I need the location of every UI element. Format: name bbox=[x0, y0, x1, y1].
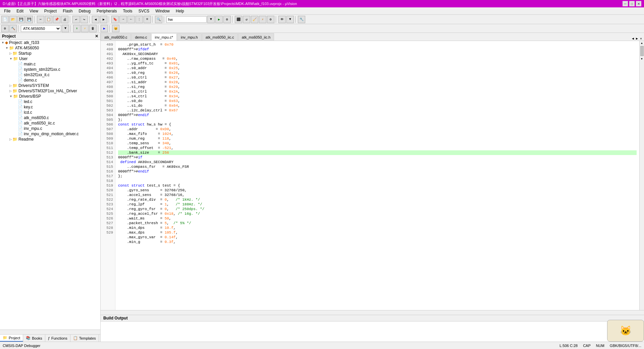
tab-close-active[interactable]: ✕ bbox=[639, 37, 643, 41]
code-editor[interactable]: 4894904914924934944954964974984995005015… bbox=[101, 41, 639, 310]
more-btn[interactable]: ▼ bbox=[286, 16, 294, 23]
reset-btn[interactable]: ↺ bbox=[243, 16, 250, 23]
save-all-btn[interactable]: 💾 bbox=[25, 16, 33, 23]
menu-svcs[interactable]: SVCS bbox=[136, 8, 152, 14]
code-content[interactable]: .prgm_start_h = 0x700000ff">#ifdef AK89x… bbox=[115, 41, 639, 310]
tab-books[interactable]: 📚 Books bbox=[23, 335, 45, 342]
tab-atk-iic-c[interactable]: atk_ms6050_iic.c bbox=[202, 33, 238, 41]
project-dropdown[interactable]: ATK-MS6050 bbox=[21, 25, 61, 32]
tab-atk-ms6050-c[interactable]: atk_ms6050.c bbox=[101, 33, 131, 41]
indent-btn[interactable]: → bbox=[119, 16, 127, 23]
scroll-down[interactable]: ▼ bbox=[640, 57, 643, 61]
menu-project[interactable]: Project bbox=[42, 8, 59, 14]
dropdown-btn[interactable]: ▼ bbox=[207, 16, 215, 23]
tree-atk-iic-c[interactable]: ▷ 📄 atk_ms6050_iic.c bbox=[0, 120, 100, 126]
tab-atk-iic-h[interactable]: atk_ms6050_iic.h bbox=[238, 33, 274, 41]
tree-inv-mpu-c[interactable]: ▷ 📄 inv_mpu.c bbox=[0, 126, 100, 131]
menu-tools[interactable]: Tools bbox=[120, 8, 135, 14]
run-btn[interactable]: ▶ bbox=[215, 16, 223, 23]
tree-demo-c[interactable]: ▷ 📄 demo.c bbox=[0, 78, 100, 83]
tree-drivers-system[interactable]: ▷ 📁 Drivers/SYSTEM bbox=[0, 83, 100, 88]
tab-project[interactable]: 📁 Project bbox=[0, 335, 23, 342]
outdent-btn[interactable]: ← bbox=[127, 16, 135, 23]
tree-key-c[interactable]: ▷ 📄 key.c bbox=[0, 104, 100, 110]
download-btn[interactable]: ⬇ bbox=[73, 25, 80, 32]
expand-icon-bsp: ▼ bbox=[9, 95, 12, 98]
hscroll-track[interactable] bbox=[101, 310, 644, 315]
view-btn[interactable]: 👁 bbox=[278, 16, 286, 23]
tree-startup[interactable]: ▷ 📁 Startup bbox=[0, 51, 100, 56]
tab-demo-c[interactable]: demo.c bbox=[131, 33, 151, 41]
code-line-520: .reg_rate_div = 0, /* 1kHz. */ bbox=[118, 197, 637, 202]
tools-btn[interactable]: ⚙ bbox=[223, 16, 231, 23]
dropdown2-btn[interactable]: ▼ bbox=[62, 25, 69, 32]
menu-view[interactable]: View bbox=[27, 8, 41, 14]
col-btn[interactable]: ⋮ bbox=[136, 16, 143, 23]
tab-functions[interactable]: ƒ Functions bbox=[45, 335, 70, 342]
build2-btn[interactable]: 🔨 bbox=[9, 25, 17, 32]
paste-btn[interactable]: 📌 bbox=[53, 16, 60, 23]
undo-btn[interactable]: ↩ bbox=[72, 16, 80, 23]
title-bar-controls[interactable]: ─ □ ✕ bbox=[623, 1, 641, 6]
tree-lcd-c[interactable]: ▷ 📄 lcd.c bbox=[0, 110, 100, 115]
tree-readme[interactable]: ▷ 📁 Readme bbox=[0, 137, 100, 142]
vertical-scrollbar[interactable]: ▲ ▼ bbox=[639, 41, 644, 310]
tree-drivers-hal[interactable]: ▷ 📁 Drivers/STM32F1xx_HAL_Driver bbox=[0, 88, 100, 94]
scroll-up[interactable]: ▲ bbox=[640, 41, 643, 45]
nav-fwd-btn[interactable]: ▶ bbox=[100, 16, 107, 23]
list-btn[interactable]: ≡ bbox=[144, 16, 151, 23]
close-button[interactable]: ✕ bbox=[636, 1, 641, 6]
menu-file[interactable]: File bbox=[1, 8, 13, 14]
code-hscroll[interactable] bbox=[101, 310, 644, 315]
tree-atk-ms6050-c[interactable]: ▷ 📄 atk_ms6050.c bbox=[0, 115, 100, 120]
tree-user[interactable]: ▼ 📁 User bbox=[0, 56, 100, 61]
menu-flash[interactable]: Flash bbox=[60, 8, 75, 14]
tree-system-c[interactable]: ▷ 📄 system_stm32f1xx.c bbox=[0, 67, 100, 72]
cut-btn[interactable]: ✂ bbox=[37, 16, 44, 23]
tab-templates[interactable]: 📋 Templates bbox=[70, 335, 99, 342]
target-input[interactable] bbox=[166, 16, 207, 23]
save-btn[interactable]: 💾 bbox=[17, 16, 25, 23]
project-hscroll[interactable] bbox=[0, 330, 100, 334]
redo-btn[interactable]: ↪ bbox=[80, 16, 88, 23]
wrench-btn[interactable]: 🔧 bbox=[298, 16, 305, 23]
bookmark-btn[interactable]: 🔖 bbox=[111, 16, 119, 23]
tab-scroll-left[interactable]: ◀ bbox=[631, 37, 635, 41]
tree-atk-ms6050[interactable]: ▼ 📁 ATK-MS6050 bbox=[0, 45, 100, 51]
maximize-button[interactable]: □ bbox=[629, 1, 635, 6]
new-file-btn[interactable]: 📄 bbox=[1, 16, 9, 23]
menu-peripherals[interactable]: Peripherals bbox=[94, 8, 120, 14]
start-debug-btn[interactable]: ▶ bbox=[101, 25, 108, 32]
build-output-content[interactable] bbox=[101, 321, 644, 342]
stop-btn[interactable]: ⬛ bbox=[235, 16, 242, 23]
tree-drivers-bsp[interactable]: ▼ 📁 Drivers/BSP bbox=[0, 94, 100, 99]
tree-led-c[interactable]: ▷ 📄 led.c bbox=[0, 99, 100, 104]
minimize-button[interactable]: ─ bbox=[623, 1, 628, 6]
open-btn[interactable]: 📂 bbox=[9, 16, 17, 23]
settings-btn[interactable]: ⚙ bbox=[267, 16, 274, 23]
tab-inv-mpu-c[interactable]: inv_mpu.c* bbox=[151, 33, 177, 41]
tab-scroll-right[interactable]: ▶ bbox=[635, 37, 639, 41]
tree-main-c[interactable]: ▷ 📄 main.c bbox=[0, 61, 100, 67]
erase-btn[interactable]: 🗑 bbox=[89, 25, 97, 32]
tree-stm32-it-c[interactable]: ▷ 📄 stm32f1xx_it.c bbox=[0, 72, 100, 78]
scroll-thumb[interactable] bbox=[640, 46, 644, 56]
menu-window[interactable]: Window bbox=[153, 8, 172, 14]
tab-inv-mpu-h[interactable]: inv_mpu.h bbox=[177, 33, 202, 41]
menu-edit[interactable]: Edit bbox=[14, 8, 26, 14]
tree-inv-dmp-c[interactable]: ▷ 📄 inv_mpu_dmp_motion_driver.c bbox=[0, 131, 100, 137]
clean-btn[interactable]: 🧹 bbox=[251, 16, 258, 23]
mascot-btn[interactable]: 😺 bbox=[112, 25, 119, 32]
menu-help[interactable]: Help bbox=[173, 8, 187, 14]
nav-back-btn[interactable]: ◀ bbox=[92, 16, 99, 23]
flash-btn[interactable]: ⚡ bbox=[81, 25, 89, 32]
tree-project-root[interactable]: ▼ ◆ Project: atk_f103 bbox=[0, 40, 100, 45]
menu-debug[interactable]: Debug bbox=[76, 8, 93, 14]
print-btn[interactable]: 🖨 bbox=[61, 16, 68, 23]
project-header-close[interactable]: ✕ bbox=[95, 34, 98, 39]
search-btn[interactable]: 🔍 bbox=[155, 16, 162, 23]
debug-go-btn[interactable]: ⚡ bbox=[259, 16, 266, 23]
project-settings-btn[interactable]: ⚙ bbox=[1, 25, 9, 32]
debugger-status: CMSIS-DAP Debugger bbox=[3, 344, 40, 348]
copy-btn[interactable]: 📋 bbox=[45, 16, 52, 23]
